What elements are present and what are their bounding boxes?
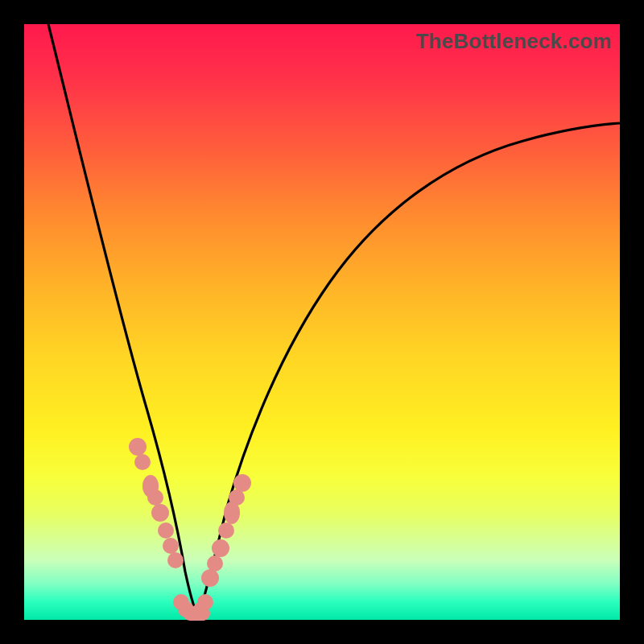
marker-left-8 xyxy=(167,552,184,568)
bottleneck-curve xyxy=(24,24,620,620)
marker-right-4 xyxy=(218,522,234,539)
marker-left-4 xyxy=(147,489,163,506)
marker-left-2 xyxy=(134,454,151,470)
plot-area: TheBottleneck.com xyxy=(24,24,620,620)
chart-frame: TheBottleneck.com xyxy=(0,0,644,644)
marker-right-2 xyxy=(207,555,223,572)
marker-left-7 xyxy=(163,538,179,554)
marker-right-3 xyxy=(212,539,229,557)
marker-right-1 xyxy=(201,569,219,587)
marker-left-5 xyxy=(151,504,169,522)
marker-bottom-4 xyxy=(197,594,213,610)
marker-right-7 xyxy=(233,474,251,492)
marker-right-6 xyxy=(229,489,245,506)
marker-left-6 xyxy=(158,522,174,539)
curve-right-branch xyxy=(198,123,620,617)
marker-left-1 xyxy=(129,438,147,456)
curve-left-branch xyxy=(48,24,198,617)
